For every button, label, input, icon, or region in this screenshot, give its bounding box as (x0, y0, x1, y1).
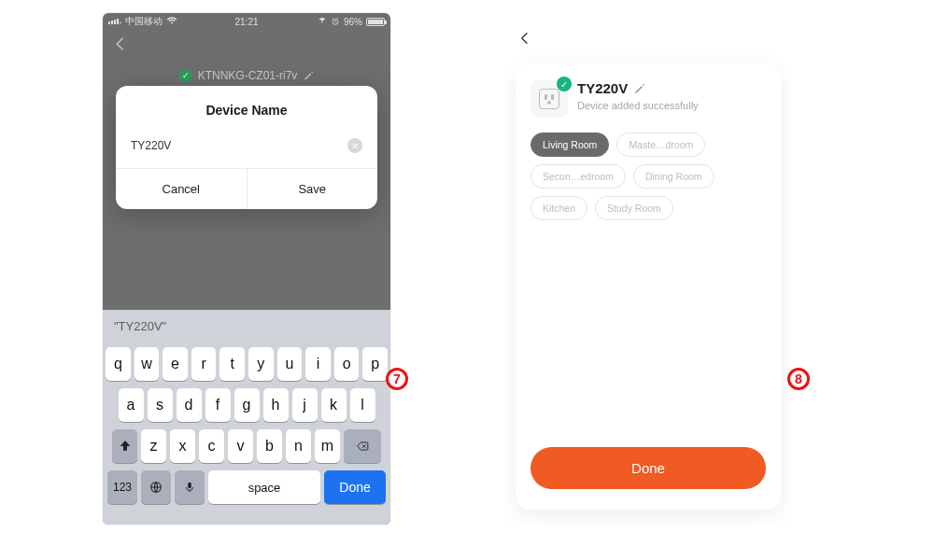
save-button[interactable]: Save (247, 169, 378, 209)
room-chip[interactable]: Dining Room (633, 164, 715, 189)
key-w[interactable]: w (134, 347, 160, 381)
key-f[interactable]: f (205, 388, 231, 422)
key-i[interactable]: i (305, 347, 331, 381)
key-l[interactable]: l (350, 388, 375, 422)
alarm-icon (331, 17, 340, 26)
plug-icon (539, 89, 559, 109)
back-button[interactable] (112, 35, 129, 52)
numbers-key[interactable]: 123 (107, 470, 137, 504)
key-q[interactable]: q (106, 347, 131, 381)
previous-device-chip: ✓ KTNNKG-CZ01-ri7v (179, 69, 315, 82)
room-chip[interactable]: Living Room (531, 133, 609, 157)
dictation-key[interactable] (175, 470, 205, 504)
device-header: ✓ TY220V Device added successfully (531, 80, 766, 118)
phone-rename-device: 中国移动 21:21 96% ✓ KTNNKG-CZ01-ri7v Device… (103, 13, 390, 525)
status-bar: 中国移动 21:21 96% (103, 13, 390, 30)
check-icon: ✓ (179, 69, 192, 82)
done-button[interactable]: Done (531, 447, 766, 489)
key-h[interactable]: h (263, 388, 289, 422)
step-badge-7: 7 (386, 368, 408, 390)
key-n[interactable]: n (286, 429, 311, 463)
key-o[interactable]: o (334, 347, 360, 381)
key-u[interactable]: u (277, 347, 303, 381)
room-chip[interactable]: Study Room (595, 196, 673, 220)
location-icon (318, 17, 327, 26)
key-k[interactable]: k (321, 388, 347, 422)
pencil-icon (303, 70, 314, 81)
clock-label: 21:21 (234, 17, 258, 27)
key-x[interactable]: x (170, 429, 195, 463)
device-name-input[interactable] (131, 139, 347, 152)
keyboard-row-4: 123 space Done (106, 470, 388, 504)
top-bar (504, 13, 792, 63)
battery-pct: 96% (344, 17, 362, 27)
device-icon: ✓ (531, 80, 568, 118)
key-p[interactable]: p (362, 347, 388, 381)
room-chip-list: Living RoomMaste…droomSecon…edroomDining… (531, 133, 766, 220)
keyboard-done-key[interactable]: Done (324, 470, 386, 504)
key-j[interactable]: j (292, 388, 318, 422)
keyboard-suggestion[interactable]: "TY220V" (114, 319, 166, 333)
edit-name-icon[interactable] (633, 82, 646, 95)
backspace-key[interactable] (344, 429, 381, 463)
device-name-label: TY220V (577, 80, 628, 96)
key-c[interactable]: c (199, 429, 224, 463)
keyboard-row-1: qwertyuiop (106, 347, 388, 381)
phone-device-added: ✓ TY220V Device added successfully Livin… (504, 13, 792, 525)
key-s[interactable]: s (148, 388, 173, 422)
back-button[interactable] (517, 31, 532, 46)
battery-icon (366, 18, 385, 26)
device-card: ✓ TY220V Device added successfully Livin… (516, 63, 781, 510)
status-right: 96% (318, 17, 385, 27)
globe-key[interactable] (141, 470, 171, 504)
key-b[interactable]: b (257, 429, 282, 463)
room-chip[interactable]: Maste…droom (616, 133, 705, 157)
keyboard-row-2: asdfghjkl (106, 388, 388, 422)
key-g[interactable]: g (234, 388, 260, 422)
rename-dialog: Device Name ✕ Cancel Save (116, 86, 377, 209)
key-d[interactable]: d (177, 388, 202, 422)
key-e[interactable]: e (163, 347, 188, 381)
previous-device-label: KTNNKG-CZ01-ri7v (198, 69, 298, 82)
key-a[interactable]: a (119, 388, 144, 422)
key-m[interactable]: m (315, 429, 340, 463)
dialog-title: Device Name (116, 86, 377, 129)
room-chip[interactable]: Secon…edroom (531, 164, 626, 189)
key-z[interactable]: z (141, 429, 166, 463)
success-badge-icon: ✓ (557, 77, 572, 91)
key-t[interactable]: t (219, 347, 245, 381)
key-r[interactable]: r (191, 347, 217, 381)
wifi-icon (166, 16, 177, 27)
key-v[interactable]: v (228, 429, 253, 463)
key-y[interactable]: y (248, 347, 274, 381)
clear-input-icon[interactable]: ✕ (347, 138, 362, 153)
signal-icon (108, 19, 121, 24)
room-chip[interactable]: Kitchen (531, 196, 587, 220)
space-key[interactable]: space (208, 470, 320, 504)
keyboard-row-3: zxcvbnm (106, 429, 388, 463)
svg-rect-2 (188, 483, 191, 488)
carrier-label: 中国移动 (125, 15, 163, 28)
device-status-label: Device added successfully (577, 100, 699, 111)
ios-keyboard: qwertyuiop asdfghjkl zxcvbnm 123 space D… (103, 342, 390, 525)
step-badge-8: 8 (787, 368, 810, 390)
keyboard-suggestion-bar[interactable]: "TY220V" (103, 310, 390, 342)
shift-key[interactable] (112, 429, 137, 463)
cancel-button[interactable]: Cancel (116, 169, 247, 209)
